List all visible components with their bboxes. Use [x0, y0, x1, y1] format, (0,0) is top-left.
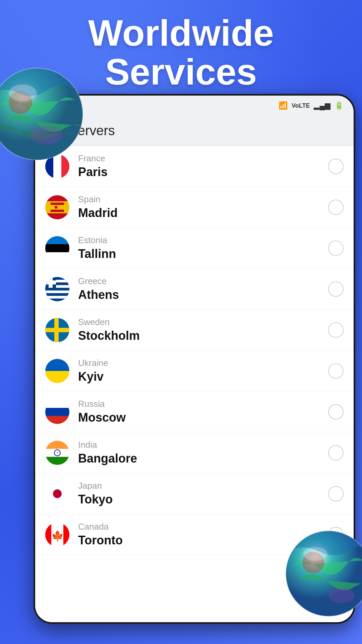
- volte-icon: VoLTE: [292, 102, 310, 109]
- server-info-japan: Japan Tokyo: [78, 481, 328, 506]
- radio-ukraine[interactable]: [328, 363, 344, 379]
- svg-rect-23: [45, 293, 69, 296]
- city-moscow: Moscow: [78, 411, 328, 425]
- flag-canada: 🍁: [45, 523, 69, 547]
- server-item-sweden[interactable]: Sweden Stockholm: [35, 310, 354, 351]
- svg-point-11: [303, 547, 328, 561]
- server-info-spain: Spain Madrid: [78, 194, 328, 220]
- server-item-japan[interactable]: Japan Tokyo: [35, 473, 354, 514]
- svg-point-10: [328, 588, 355, 603]
- svg-rect-24: [45, 296, 69, 299]
- flag-sweden: [45, 318, 69, 342]
- country-sweden: Sweden: [78, 317, 328, 327]
- country-greece: Greece: [78, 276, 328, 286]
- flag-estonia: [45, 236, 69, 260]
- server-info-russia: Russia Moscow: [78, 399, 328, 425]
- svg-rect-22: [45, 290, 69, 293]
- server-item-greece[interactable]: Greece Athens: [35, 269, 354, 310]
- flag-greece: [45, 277, 69, 301]
- radio-estonia[interactable]: [328, 240, 344, 256]
- country-india: India: [78, 440, 328, 450]
- server-info-india: India Bangalore: [78, 440, 328, 466]
- globe-bottomright: [285, 530, 362, 617]
- japan-circle: [53, 489, 62, 498]
- title-line1: Worldwide: [88, 12, 274, 53]
- country-japan: Japan: [78, 481, 328, 491]
- globe-topleft: [0, 67, 84, 161]
- server-item-india[interactable]: India Bangalore: [35, 432, 354, 473]
- flag-ukraine: [45, 359, 69, 383]
- country-estonia: Estonia: [78, 235, 328, 246]
- country-russia: Russia: [78, 399, 328, 409]
- radio-japan[interactable]: [328, 486, 344, 501]
- server-item-spain[interactable]: Spain Madrid: [35, 187, 354, 228]
- radio-spain[interactable]: [328, 200, 344, 215]
- city-stockholm: Stockholm: [78, 329, 328, 343]
- svg-rect-28: [45, 280, 56, 284]
- svg-point-15: [55, 206, 57, 209]
- svg-rect-30: [45, 523, 51, 547]
- server-info-sweden: Sweden Stockholm: [78, 317, 328, 343]
- city-tallinn: Tallinn: [78, 247, 328, 261]
- country-ukraine: Ukraine: [78, 358, 328, 368]
- svg-text:🍁: 🍁: [51, 530, 64, 542]
- svg-rect-31: [63, 523, 69, 547]
- city-athens: Athens: [78, 288, 328, 302]
- svg-rect-25: [45, 299, 69, 301]
- flag-japan: [45, 482, 69, 506]
- svg-rect-21: [45, 288, 69, 290]
- server-info-greece: Greece Athens: [78, 276, 328, 302]
- title-line2: Services: [105, 51, 257, 92]
- svg-point-4: [30, 126, 63, 145]
- svg-point-5: [9, 85, 37, 101]
- server-item-estonia[interactable]: Estonia Tallinn: [35, 228, 354, 269]
- signal-icon: ▂▄▆: [314, 101, 330, 110]
- battery-icon: 🔋: [335, 101, 344, 110]
- city-kyiv: Kyiv: [78, 370, 328, 384]
- radio-france[interactable]: [328, 159, 344, 174]
- radio-greece[interactable]: [328, 281, 344, 297]
- city-paris: Paris: [78, 165, 328, 179]
- city-bangalore: Bangalore: [78, 451, 328, 466]
- flag-spain: [45, 195, 69, 219]
- server-item-russia[interactable]: Russia Moscow: [35, 391, 354, 432]
- server-info-estonia: Estonia Tallinn: [78, 235, 328, 261]
- server-item-ukraine[interactable]: Ukraine Kyiv: [35, 351, 354, 391]
- flag-russia: [45, 400, 69, 424]
- server-info-ukraine: Ukraine Kyiv: [78, 358, 328, 384]
- radio-sweden[interactable]: [328, 322, 344, 338]
- country-france: France: [78, 153, 328, 164]
- radio-india[interactable]: [328, 445, 344, 461]
- wifi-icon: 📶: [279, 101, 288, 110]
- city-madrid: Madrid: [78, 206, 328, 220]
- server-info-france: France Paris: [78, 153, 328, 179]
- flag-india: [45, 441, 69, 465]
- radio-russia[interactable]: [328, 404, 344, 420]
- country-spain: Spain: [78, 194, 328, 205]
- city-tokyo: Tokyo: [78, 492, 328, 506]
